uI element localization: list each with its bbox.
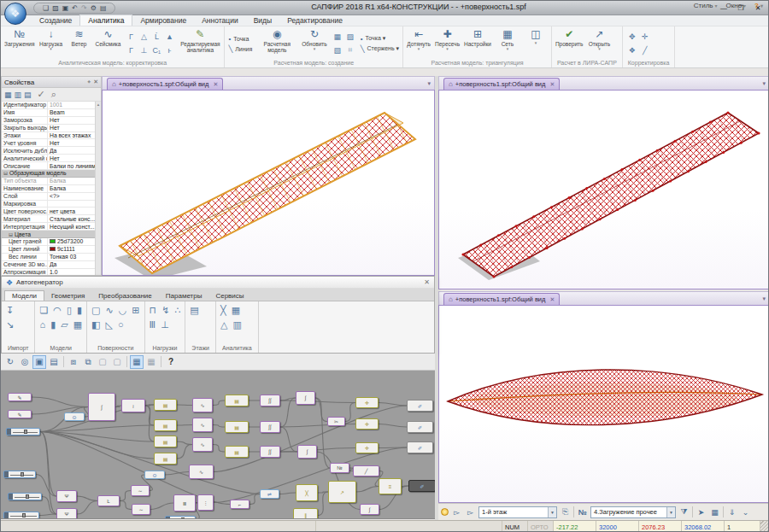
viewport-3-canvas[interactable] [438, 305, 769, 503]
tool-icon[interactable]: Γ [125, 31, 137, 43]
graph-node-L1[interactable]: Ŀ [97, 495, 120, 506]
autogen-tool-icon[interactable]: ○ [118, 320, 124, 330]
floor-visibility-icon[interactable]: ▻ [451, 508, 462, 517]
property-value[interactable]: 1.0 [48, 269, 95, 275]
ribbon-button-редактируемая-аналитика[interactable]: ✎Редактируемая аналитика [178, 27, 222, 60]
graph-node-B1[interactable]: ∫ [88, 393, 115, 421]
property-value[interactable]: Нет [48, 155, 95, 161]
ribbon-button-нагрузка[interactable]: ↓Нагрузка▾ [37, 27, 64, 60]
export-down-icon[interactable]: ⇓ [726, 508, 737, 517]
slider-track[interactable] [9, 512, 38, 518]
print-icon[interactable]: ▤ [100, 5, 107, 12]
autogen-tool-icon[interactable]: ▦ [232, 306, 240, 315]
property-value[interactable]: Балка [48, 185, 95, 191]
ribbon-button-открыть[interactable]: ↗Открыть▾ [585, 27, 613, 60]
slider-knob[interactable] [22, 513, 26, 517]
property-value[interactable]: Нет [48, 117, 95, 123]
graph-node-q4[interactable]: ∿ [189, 465, 214, 479]
property-row-Интерпретация[interactable]: ИнтерпретацияНесущий конст... [2, 223, 95, 231]
graph-node-cn[interactable]: ⌐ [230, 500, 249, 509]
tool-icon[interactable]: △ [138, 31, 150, 43]
graph-node-os[interactable]: ∥ [293, 508, 318, 519]
save-file-icon[interactable]: ▣ [62, 5, 69, 12]
property-value[interactable]: Тонкая 03 [48, 254, 95, 260]
property-value[interactable]: На всех этажах [48, 132, 95, 138]
visibility-eye-icon[interactable]: ◎ [18, 355, 32, 369]
graph-node-s3[interactable] [8, 493, 42, 500]
graph-node-q1[interactable]: ∿ [192, 398, 213, 412]
collapse-icon[interactable]: ⊟ [9, 231, 13, 237]
help-icon[interactable]: ? [164, 355, 178, 369]
autogen-tab-сервисы[interactable]: Сервисы [208, 291, 250, 301]
graph-node-ob1[interactable]: ▤ [225, 395, 249, 406]
render-view-icon[interactable]: ▣ [32, 355, 46, 369]
filter-funnel-icon[interactable]: ⧩ [678, 507, 690, 517]
graph-node-t2[interactable]: ∼ [132, 504, 150, 515]
graph-node-v1[interactable]: ∫ [296, 391, 315, 405]
autogen-tool-icon[interactable]: ❏ [39, 306, 48, 315]
filter-icon[interactable]: ▥ [15, 91, 22, 99]
graph-node-pl1[interactable]: ✛ [355, 397, 379, 408]
graph-node-s1[interactable] [6, 428, 40, 436]
undo-icon[interactable]: ↶ [72, 5, 78, 12]
slider-knob[interactable] [181, 517, 185, 519]
filter-icon[interactable]: ▦ [4, 91, 12, 99]
graph-node-o2[interactable]: ▤ [154, 419, 177, 431]
autogen-tool-icon[interactable]: ⌂ [39, 320, 45, 330]
light-bulb-icon[interactable] [441, 508, 449, 516]
slider-knob[interactable] [26, 494, 29, 499]
loadcase-select[interactable]: 4.Загружение прочее ▼ [590, 506, 676, 518]
app-logo[interactable]: ❖ [4, 3, 26, 25]
slider-track[interactable] [11, 429, 39, 435]
viewport-2-tab[interactable]: ⌂ +поверхность1.spf:Общий вид ✕ [443, 78, 560, 90]
autogen-tab-модели[interactable]: Модели [4, 290, 44, 301]
layout-grid-on-icon[interactable]: ▦ [130, 355, 144, 369]
new-file-icon[interactable]: ❏ [43, 5, 49, 12]
slider-track[interactable] [13, 494, 41, 500]
viewport-1-canvas[interactable] [102, 90, 435, 276]
autogen-tool-icon[interactable]: ▮ [77, 306, 82, 315]
property-row-Тип-объекта[interactable]: Тип объектаБалка [2, 178, 95, 185]
menu-tab-армирование[interactable]: Армирование [132, 15, 194, 26]
graph-node-w1[interactable]: ∫∫ [260, 395, 280, 406]
graph-node-m1[interactable]: ⊙ [64, 412, 85, 421]
property-value[interactable]: Нет [48, 140, 95, 146]
tool-icon[interactable]: ╱ [639, 44, 651, 56]
open-file-icon[interactable]: ▨ [52, 5, 59, 12]
tool-icon[interactable]: C₁ [150, 44, 162, 56]
autogen-tab-геометрия[interactable]: Геометрия [44, 291, 91, 301]
property-value[interactable]: Балки по линиям [48, 163, 95, 169]
graph-node-o4[interactable]: ▤ [154, 453, 177, 465]
cursor-filter-icon[interactable]: ➤ [696, 508, 707, 517]
autogen-tool-icon[interactable]: ◠ [53, 306, 62, 315]
viewport-2-tab-menu-icon[interactable]: ▾ [762, 80, 766, 87]
autogen-tool-icon[interactable]: ∴ [174, 306, 180, 315]
property-value[interactable]: 9c1111 [48, 246, 95, 252]
graph-node-ob2[interactable]: ▤ [225, 421, 249, 433]
autogen-tool-icon[interactable]: ▤ [190, 306, 198, 315]
property-value[interactable]: Несущий конст... [48, 224, 95, 230]
autogen-tool-icon[interactable]: Ⅲ [150, 320, 156, 330]
property-row-Вес-линии[interactable]: Вес линииТонкая 03 [2, 254, 95, 261]
select-none-icon[interactable]: ▢ [110, 355, 124, 369]
graph-node-m2[interactable]: ⊙ [144, 471, 165, 479]
redo-icon[interactable]: ↷ [81, 5, 87, 12]
property-row-Учет-уровня[interactable]: Учет уровняНет [2, 139, 95, 147]
graph-node-c1[interactable]: Ⅲ [173, 494, 196, 512]
tool-icon[interactable]: Ĺ [150, 31, 162, 43]
autogen-tool-icon[interactable]: ⊞ [132, 306, 139, 315]
graph-node-ob3[interactable]: ▤ [225, 446, 249, 458]
property-row-Аналитический-кон-[interactable]: Аналитический кон...Нет [2, 155, 95, 162]
ribbon-button-сеть[interactable]: ▦Сеть▾ [494, 27, 521, 60]
property-row-Материал[interactable]: МатериалСтальные конс... [2, 215, 95, 223]
graph-node-y2[interactable]: Ψ [56, 508, 77, 519]
tool-icon[interactable]: Г [125, 44, 137, 56]
autogen-tool-icon[interactable]: ◡ [119, 306, 127, 315]
graph-node-oh[interactable]: ≡ [379, 478, 402, 494]
settings-icon[interactable]: ⚙ [91, 5, 97, 12]
slider-track[interactable] [9, 471, 35, 477]
select-prev-icon[interactable]: ▢ [96, 355, 109, 369]
graph-node-pl3[interactable]: ✛ [355, 442, 379, 453]
filter-icon[interactable]: ▤ [24, 91, 32, 99]
graph-node-w3[interactable]: ∫∫ [260, 446, 280, 458]
